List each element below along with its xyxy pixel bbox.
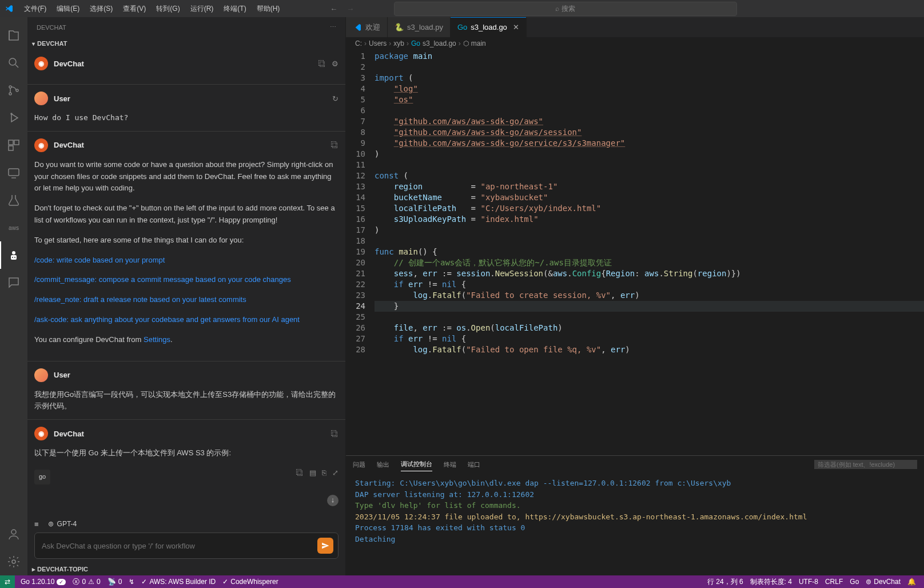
copy-icon[interactable]: ⿻ (331, 430, 338, 438)
sidebar-title: DEVCHAT (37, 24, 66, 31)
chat-input-box[interactable] (34, 533, 338, 559)
sb-ports[interactable]: 📡 0 (104, 575, 126, 588)
menu-selection[interactable]: 选择(S) (85, 2, 117, 16)
chat-author: DevChat (54, 59, 84, 68)
debug-console-output[interactable]: Starting: C:\Users\xyb\go\bin\dlv.exe da… (346, 473, 924, 575)
menu-edit[interactable]: 编辑(E) (52, 2, 84, 16)
activity-scm[interactable] (0, 77, 27, 104)
cmd-code-link[interactable]: /code: write code based on your prompt (34, 256, 165, 264)
command-center-search[interactable]: ⌕ 搜索 (394, 2, 737, 16)
sb-go-version[interactable]: Go 1.20.10 ✓ (17, 575, 69, 588)
section-devchat[interactable]: DEVCHAT (27, 37, 345, 50)
chat-message: User ↻ How do I use DevChat? (27, 85, 345, 132)
menu-go[interactable]: 转到(G) (152, 2, 184, 16)
code-content[interactable]: package mainimport ( "log" "os" "github.… (375, 50, 924, 455)
sb-language[interactable]: Go (846, 575, 862, 588)
menu-terminal[interactable]: 终端(T) (219, 2, 250, 16)
editor-tabs: 欢迎 🐍 s3_load.py Go s3_load.go ✕ (346, 17, 924, 37)
panel-tab-debug-console[interactable]: 调试控制台 (401, 458, 432, 471)
sidebar-header: DEVCHAT ⋯ (27, 17, 345, 37)
activity-testing[interactable] (0, 186, 27, 214)
send-icon (321, 542, 329, 550)
svg-rect-10 (11, 255, 17, 260)
activity-chat[interactable] (0, 269, 27, 296)
close-tab-icon[interactable]: ✕ (513, 23, 519, 31)
svg-rect-5 (9, 140, 13, 145)
remote-indicator[interactable]: ⇄ (0, 575, 15, 588)
cmd-release-link[interactable]: /release_note: draft a release note base… (34, 295, 246, 304)
breadcrumb[interactable]: C:› Users› xyb› Go s3_load.go› ⬡ main (346, 37, 924, 50)
section-devchat-topic[interactable]: DEVCHAT-TOPIC (27, 563, 345, 575)
scroll-down-icon[interactable]: ↓ (327, 495, 338, 506)
gear-icon[interactable]: ⚙ (332, 59, 338, 68)
copy-code-icon[interactable]: ⿻ (296, 467, 304, 479)
line-gutter: 1234567891011121314151617181920212223242… (346, 50, 375, 455)
sb-aws[interactable]: ✓ AWS: AWS Builder ID (138, 575, 219, 588)
tab-welcome[interactable]: 欢迎 (346, 17, 388, 37)
chat-author: User (54, 371, 70, 379)
bottom-panel: 问题 输出 调试控制台 终端 端口 Starting: C:\Users\xyb… (346, 455, 924, 575)
svg-point-14 (12, 560, 15, 563)
activity-explorer[interactable] (0, 22, 27, 49)
settings-link[interactable]: Settings (144, 335, 170, 344)
sb-problems[interactable]: ⓧ 0 ⚠ 0 (69, 575, 103, 588)
sb-codewhisperer[interactable]: ✓ CodeWhisperer (219, 575, 281, 588)
sb-encoding[interactable]: UTF-8 (795, 575, 822, 588)
panel-tab-terminal[interactable]: 终端 (444, 458, 456, 471)
model-selector[interactable]: ⊚ GPT-4 (43, 519, 82, 529)
sb-indentation[interactable]: 制表符长度: 4 (747, 575, 795, 588)
copy-icon[interactable]: ⿻ (318, 59, 326, 68)
cmd-commit-link[interactable]: /commit_message: compose a commit messag… (34, 275, 291, 284)
sb-devchat[interactable]: ⊚DevChat (862, 575, 904, 588)
menu-help[interactable]: 帮助(H) (252, 2, 285, 16)
diff-icon[interactable]: ⎘ (322, 467, 326, 479)
copy-icon[interactable]: ⿻ (331, 141, 338, 149)
cmd-ask-code-link[interactable]: /ask-code: ask anything about your codeb… (34, 315, 300, 324)
context-icon[interactable]: ≡ (34, 520, 39, 529)
code-lang-badge: go (34, 470, 50, 484)
activity-remote[interactable] (0, 159, 27, 186)
expand-icon[interactable]: ⤢ (332, 467, 338, 479)
panel-tab-problems[interactable]: 问题 (353, 458, 365, 471)
remote-icon: ⇄ (5, 578, 10, 586)
devchat-avatar-icon: ◉ (34, 427, 48, 440)
activity-extensions[interactable] (0, 132, 27, 159)
sb-notifications[interactable]: 🔔 (904, 575, 919, 588)
chat-message: ◉ DevChat ⿻ Do you want to write some co… (27, 132, 345, 361)
activity-accounts[interactable] (0, 521, 27, 548)
vscode-icon (353, 23, 362, 32)
refresh-icon[interactable]: ↻ (332, 94, 338, 103)
menu-run[interactable]: 运行(R) (186, 2, 218, 16)
nav-back-icon[interactable]: ← (330, 5, 337, 13)
user-avatar-icon (34, 368, 48, 382)
titlebar: 文件(F) 编辑(E) 选择(S) 查看(V) 转到(G) 运行(R) 终端(T… (0, 0, 924, 17)
python-icon: 🐍 (395, 23, 404, 31)
sidebar-devchat: DEVCHAT ⋯ DEVCHAT ◉ DevChat ⿻ ⚙ (27, 17, 346, 575)
sb-cursor-position[interactable]: 行 24，列 6 (704, 575, 747, 588)
panel-tab-output[interactable]: 输出 (377, 458, 389, 471)
activity-aws[interactable]: aws (0, 214, 27, 241)
panel-tab-ports[interactable]: 端口 (468, 458, 480, 471)
svg-point-11 (12, 257, 13, 258)
activity-debug[interactable] (0, 104, 27, 132)
tab-s3-load-py[interactable]: 🐍 s3_load.py (388, 17, 451, 37)
nav-forward-icon[interactable]: → (346, 5, 354, 13)
chat-text: 以下是一个使用 Go 来上传一个本地文件到 AWS S3 的示例: go ⿻ ▤… (34, 447, 338, 506)
activity-search[interactable] (0, 49, 27, 77)
send-button[interactable] (317, 538, 333, 554)
menu-view[interactable]: 查看(V) (118, 2, 150, 16)
activity-settings[interactable] (0, 548, 27, 575)
sb-eol[interactable]: CRLF (822, 575, 846, 588)
activity-devchat[interactable] (0, 241, 27, 269)
tab-s3-load-go[interactable]: Go s3_load.go ✕ (451, 17, 527, 37)
more-icon[interactable]: ⋯ (330, 23, 336, 31)
svg-point-13 (11, 530, 16, 534)
insert-code-icon[interactable]: ▤ (309, 467, 316, 479)
svg-point-9 (12, 251, 15, 255)
code-editor[interactable]: 1234567891011121314151617181920212223242… (346, 50, 924, 455)
panel-filter-input[interactable] (814, 460, 917, 469)
chat-input[interactable] (42, 542, 317, 550)
menu-file[interactable]: 文件(F) (19, 2, 51, 16)
sb-debug[interactable]: ↯ (125, 575, 138, 588)
user-avatar-icon (34, 92, 48, 105)
